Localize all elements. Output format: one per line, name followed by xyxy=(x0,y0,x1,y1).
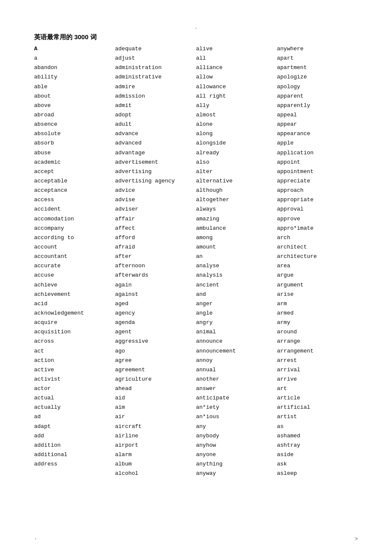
word-item: a xyxy=(34,54,115,63)
word-item: angle xyxy=(196,309,277,318)
word-item: actor xyxy=(34,384,115,393)
word-item: appro*imate xyxy=(277,224,358,233)
word-item: act xyxy=(34,347,115,356)
word-item: adopt xyxy=(115,111,196,119)
word-item: apparent xyxy=(277,92,358,101)
word-item: afterwards xyxy=(115,271,196,280)
word-item: acceptance xyxy=(34,186,115,195)
word-item: accurate xyxy=(34,262,115,270)
word-item: argument xyxy=(277,281,358,289)
word-item: analyse xyxy=(196,262,277,270)
word-item: admit xyxy=(115,101,196,110)
word-item: announce xyxy=(196,337,277,346)
word-item: admire xyxy=(115,83,196,91)
word-item: accompany xyxy=(34,224,115,233)
word-item: agent xyxy=(115,328,196,336)
word-item: acquire xyxy=(34,318,115,327)
word-item: alliance xyxy=(196,64,277,72)
word-item: apologize xyxy=(277,73,358,81)
word-item: aid xyxy=(115,394,196,402)
word-item: afraid xyxy=(115,243,196,251)
word-item: ago xyxy=(115,347,196,356)
word-item: alcohol xyxy=(115,469,196,478)
word-item: alternative xyxy=(196,177,277,185)
word-item: appointment xyxy=(277,168,358,176)
word-item: appreciate xyxy=(277,177,358,185)
word-item: addition xyxy=(34,441,115,450)
word-item: animal xyxy=(196,328,277,336)
word-item: ask xyxy=(277,460,358,468)
word-item: acid xyxy=(34,300,115,308)
word-item: army xyxy=(277,318,358,327)
word-item: acceptable xyxy=(34,177,115,185)
word-item: accomodation xyxy=(34,215,115,223)
word-item: airport xyxy=(115,441,196,450)
word-item: anybody xyxy=(196,432,277,440)
word-item: across xyxy=(34,337,115,346)
word-item: afternoon xyxy=(115,262,196,270)
word-item: answer xyxy=(196,384,277,393)
word-item: additional xyxy=(34,451,115,459)
word-item: apartment xyxy=(277,64,358,72)
word-item: actually xyxy=(34,403,115,412)
word-item: annoy xyxy=(196,356,277,365)
word-item: affect xyxy=(115,224,196,233)
word-item: arrange xyxy=(277,337,358,346)
word-item: as xyxy=(277,422,358,431)
word-item: arrangement xyxy=(277,347,358,356)
word-item: ashamed xyxy=(277,432,358,440)
word-item: about xyxy=(34,92,115,101)
word-item: abroad xyxy=(34,111,115,119)
word-item: always xyxy=(196,205,277,214)
word-item: appear xyxy=(277,120,358,129)
word-item: almost xyxy=(196,111,277,119)
word-item: appearance xyxy=(277,130,358,138)
word-item: adapt xyxy=(34,422,115,431)
word-item: advanced xyxy=(115,139,196,147)
word-item: amazing xyxy=(196,215,277,223)
word-item: afford xyxy=(115,234,196,242)
word-item: adult xyxy=(115,120,196,129)
word-item: abuse xyxy=(34,149,115,157)
word-item: abandon xyxy=(34,64,115,72)
word-item: adviser xyxy=(115,205,196,214)
word-item: any xyxy=(196,422,277,431)
word-item: again xyxy=(115,281,196,289)
word-item: around xyxy=(277,328,358,336)
word-item: amount xyxy=(196,243,277,251)
word-item: arch xyxy=(277,234,358,242)
word-item: advertising agency xyxy=(115,177,196,185)
word-item: alone xyxy=(196,120,277,129)
word-item: advertisement xyxy=(115,158,196,167)
footer-right: > xyxy=(355,536,358,542)
word-item: able xyxy=(34,83,115,91)
word-item: area xyxy=(277,262,358,270)
word-item: accident xyxy=(34,205,115,214)
word-item: achieve xyxy=(34,281,115,289)
word-item: agree xyxy=(115,356,196,365)
word-item: ahead xyxy=(115,384,196,393)
word-item: appropriate xyxy=(277,196,358,204)
word-item: and xyxy=(196,290,277,299)
word-item: advance xyxy=(115,130,196,138)
word-item: all xyxy=(196,54,277,63)
word-item: advice xyxy=(115,186,196,195)
word-item: achievement xyxy=(34,290,115,299)
word-item: annual xyxy=(196,366,277,374)
word-item: aged xyxy=(115,300,196,308)
word-item: argue xyxy=(277,271,358,280)
word-item: arrest xyxy=(277,356,358,365)
word-item: along xyxy=(196,130,277,138)
word-item: adequate xyxy=(115,45,196,53)
word-item: apparently xyxy=(277,101,358,110)
page-title: 英语最常用的 3000 词 xyxy=(34,33,358,41)
word-item: active xyxy=(34,366,115,374)
word-item: advertising xyxy=(115,168,196,176)
word-item: application xyxy=(277,149,358,157)
word-item: ancient xyxy=(196,281,277,289)
word-item: ability xyxy=(34,73,115,81)
page: · 英语最常用的 3000 词 Aadequatealiveanywhereaa… xyxy=(0,0,392,503)
word-item: administrative xyxy=(115,73,196,81)
word-item: artist xyxy=(277,413,358,421)
word-item: artificial xyxy=(277,403,358,412)
